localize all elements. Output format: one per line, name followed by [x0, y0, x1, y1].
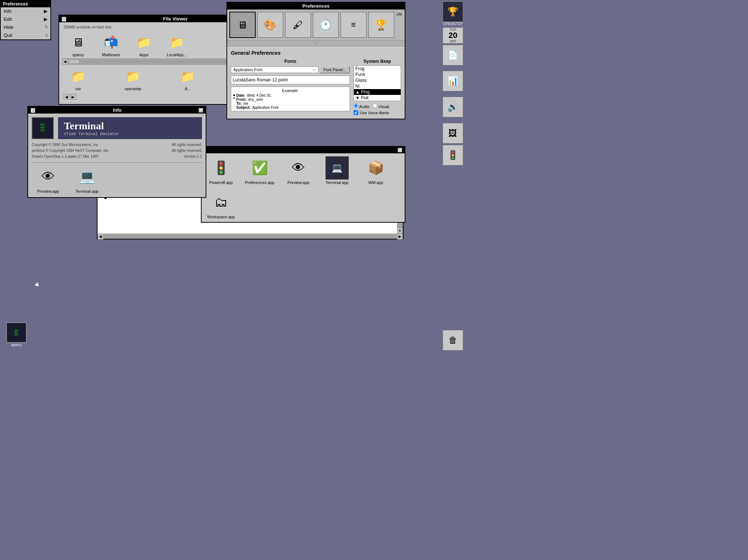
mailboxes-icon: 📬 — [102, 33, 121, 52]
menu-bar: Preferences Info ▶ Edit ▶ Hide h Quit q — [0, 0, 51, 40]
file-icon-a[interactable]: 📁 A... — [173, 67, 202, 91]
example-to-label: To: — [236, 101, 242, 106]
prefs-scroll-indicator: c — [227, 41, 405, 46]
file-icon-openstep[interactable]: 📁 openstep — [118, 67, 148, 91]
voice-alerts-checkbox[interactable] — [354, 110, 358, 115]
general-prefs-content: General Preferences Fonts Application Fo… — [227, 46, 405, 119]
app-subtitle: VT100 Terminal Emulator — [64, 132, 196, 136]
preview-label-apps: Preview.app — [287, 180, 309, 185]
preview-label: Preview.app — [37, 189, 59, 193]
ping-label: ▲ Ping — [355, 89, 370, 95]
prefs-tool-color[interactable]: 🎨 — [257, 12, 283, 38]
example-date-label: Date: — [236, 93, 245, 97]
prefs-tool-font[interactable]: 🖋 — [285, 12, 311, 38]
scroll-thumb — [69, 60, 80, 64]
example-subject-val: Application Font — [252, 106, 278, 110]
prefs-tool-display[interactable]: 🖥 — [229, 12, 256, 38]
terminal-app[interactable]: 💻 Terminal.app — [321, 156, 354, 185]
file-icon-apps[interactable]: 📁 Apps — [129, 33, 159, 57]
usr-icon: 📁 — [69, 67, 88, 86]
beep-glass[interactable]: Glass — [354, 77, 401, 83]
date-month: SEP — [443, 39, 463, 43]
audio-radio[interactable] — [354, 103, 358, 108]
info-titlebar: ◻ Info ✕ — [28, 107, 206, 114]
sidebar-doc2[interactable]: 📊 — [440, 71, 465, 91]
menu-item-hide[interactable]: Hide h — [1, 23, 50, 31]
apps-content: 🚦 Poweroff.app ✅ Preferences.app 👁 Previ… — [202, 153, 405, 222]
terminal-icon-apps: 💻 — [325, 156, 349, 180]
example-box: Example: ◀ ▼ Date: Wed, 4 Dec 91 — [231, 87, 350, 111]
traffic-sidebar-icon: 🚦 — [443, 145, 463, 165]
workspace-app[interactable]: 🗂 Workspace.app — [205, 191, 237, 219]
sidebar-sound[interactable]: 🔊 — [440, 97, 465, 117]
menu-item-info[interactable]: Info ▶ — [1, 7, 50, 15]
workspace-bottom-icon[interactable]: OUTOUTOUT sparcy — [4, 322, 29, 347]
info-miniaturize[interactable]: ◻ — [30, 108, 35, 113]
term-scroll-right[interactable]: ▶ — [397, 234, 403, 239]
sidebar-img[interactable]: 🖼 — [440, 123, 465, 143]
file-icon-sparcy[interactable]: 🖥 sparcy — [64, 33, 93, 57]
beep-frog[interactable]: Frog — [354, 66, 401, 72]
nav-right[interactable]: ▶ — [70, 94, 76, 100]
beep-poit[interactable]: ▼ Poit — [354, 95, 401, 101]
scroll-left[interactable]: ◀ — [62, 59, 68, 65]
wm-icon: 📦 — [364, 156, 388, 180]
sidebar-traffic[interactable]: 🚦 — [440, 145, 465, 165]
sparcy-icon: 🖥 — [69, 33, 88, 52]
info-app-row: OUTOUTOUT Terminal VT100 Terminal Emulat… — [32, 117, 202, 139]
terminal-app-link[interactable]: 💻 Terminal.app — [70, 165, 103, 193]
sidebar-doc1[interactable]: 📄 — [440, 45, 465, 65]
file-viewer-miniaturize[interactable]: ◻ — [61, 16, 66, 22]
img-icon: 🖼 — [443, 123, 463, 143]
beep-funk[interactable]: Funk — [354, 72, 401, 77]
poweroff-app[interactable]: 🚦 Poweroff.app — [205, 156, 237, 185]
sidebar-dots1: . . . — [451, 67, 455, 69]
wm-app[interactable]: 📦 WM.app — [359, 156, 392, 185]
term-scroll-down[interactable]: ▼ — [397, 228, 403, 234]
sidebar-date[interactable]: TUE 20 SEP — [440, 27, 465, 43]
terminal-scrollbar-h[interactable]: ◀ ▶ — [98, 234, 403, 239]
app-font-select[interactable]: Application Font → — [231, 66, 318, 73]
copyright-row-3: Solaris OpenStep-1.1-sparc-17 Mar 1997 V… — [32, 154, 202, 160]
beep-ping[interactable]: ▲ Ping — [354, 89, 401, 95]
nav-left[interactable]: ◀ — [64, 94, 69, 100]
fonts-column: Fonts Application Font → Font Panel... L… — [231, 59, 350, 115]
copyright-text-1: Copyright © 1996 Sun Microsystems, Inc. — [32, 142, 99, 148]
example-to-row: To: me — [236, 101, 278, 106]
menu-item-quit[interactable]: Quit q — [1, 31, 50, 39]
preview-app[interactable]: 👁 Preview.app — [282, 156, 315, 185]
prefs-tool-award[interactable]: 🏆 — [368, 12, 394, 38]
preview-app-icon[interactable]: 👁 Preview.app — [32, 165, 65, 193]
localapps-label: LocalApp... — [167, 53, 187, 57]
font-panel-button[interactable]: Font Panel... — [320, 66, 350, 73]
menu-edit-label: Edit — [4, 16, 12, 22]
file-icon-usr[interactable]: 📁 usr — [64, 67, 93, 91]
term-scroll-left[interactable]: ◀ — [98, 234, 103, 239]
system-beep-title: System Beep — [354, 59, 401, 64]
visual-radio[interactable] — [373, 103, 377, 108]
mouse-cursor — [37, 283, 42, 288]
workspace-icon-apps: 🗂 — [209, 191, 233, 214]
doc1-icon: 📄 — [443, 45, 463, 65]
use-voice-alerts-row: Use Voice Alerts — [354, 110, 401, 115]
prefs-tool-menu[interactable]: ≡ — [340, 12, 367, 38]
audio-visual-row: Audio Visual — [354, 103, 401, 109]
doc2-icon: 📊 — [443, 71, 463, 91]
apps-titlebar: ✕ — [202, 147, 405, 153]
beep-ni[interactable]: Ni — [354, 83, 401, 89]
menu-item-edit[interactable]: Edit ▶ — [1, 15, 50, 23]
audio-radio-label[interactable]: Audio — [354, 103, 370, 109]
info-close[interactable]: ✕ — [198, 108, 203, 113]
copyright-row-2: portions © Copyright 1994 NeXT Computer,… — [32, 148, 202, 154]
menu-info-arrow: ▶ — [44, 8, 47, 14]
prefs-tool-time[interactable]: 🕐 — [313, 12, 339, 38]
file-icon-localapps[interactable]: 📁 LocalApp... — [162, 33, 191, 57]
sidebar-trash[interactable]: 🗑 — [440, 330, 465, 350]
apps-close[interactable]: ✕ — [397, 147, 402, 153]
preferences-app[interactable]: ✅ Preferences.app — [243, 156, 276, 185]
sidebar-openstep[interactable]: 🏆 OPENSTEP — [440, 1, 465, 26]
file-icon-mailboxes[interactable]: 📬 Mailboxes — [96, 33, 126, 57]
audio-label: Audio — [359, 104, 369, 109]
visual-radio-label[interactable]: Visual — [373, 103, 389, 109]
example-date-row: Date: Wed, 4 Dec 91 — [236, 93, 278, 97]
